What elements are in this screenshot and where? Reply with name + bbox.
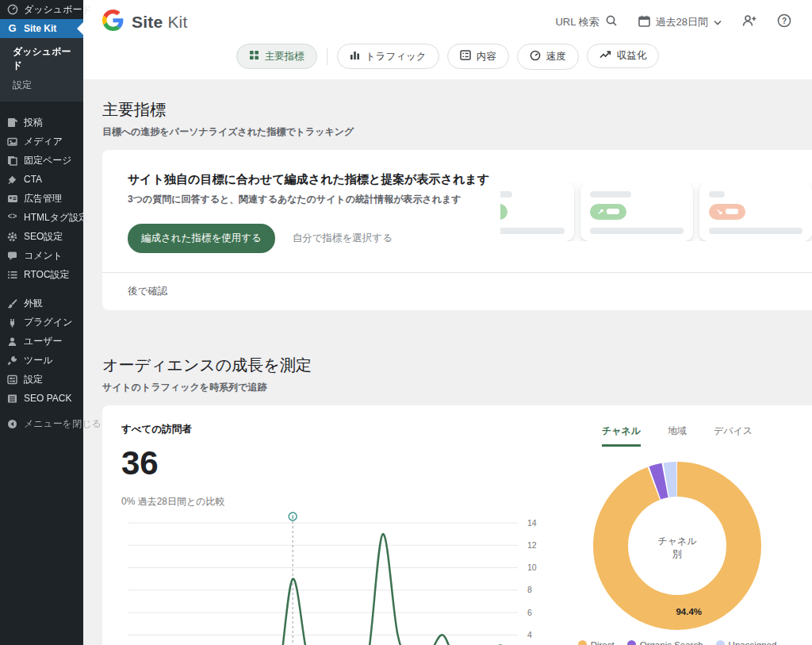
users-icon (6, 336, 18, 347)
trend-up-icon: ↗ (597, 208, 603, 216)
tab-region[interactable]: 地域 (668, 424, 687, 447)
url-search-control[interactable]: URL 検索 (555, 14, 617, 29)
tab-speed[interactable]: 速度 (517, 44, 579, 70)
tab-monetization[interactable]: 収益化 (587, 44, 660, 68)
tab-traffic[interactable]: トラフィック (337, 44, 439, 69)
select-own-metrics-link[interactable]: 自分で指標を選択する (293, 232, 393, 245)
settings-icon (6, 374, 18, 385)
svg-text:チャネル: チャネル (657, 536, 697, 547)
breakdown-tabs: チャネル 地域 デバイス (602, 424, 753, 447)
submenu-item-dashboard[interactable]: ダッシュボード (0, 42, 83, 75)
sidebar-item-plugins[interactable]: プラグイン (0, 313, 83, 332)
appearance-icon (6, 298, 18, 309)
svg-text:6: 6 (527, 607, 532, 616)
sidebar-item-seo-pack[interactable]: SEO PACK (0, 389, 83, 408)
sidebar-item-ads[interactable]: 広告管理 (0, 189, 83, 208)
all-visitors-label: すべての訪問者 (121, 423, 558, 436)
sitekit-submenu: ダッシュボード 設定 (0, 38, 83, 102)
rtoc-list-icon (6, 270, 18, 280)
sidebar-item-dashboard[interactable]: ダッシュボード (0, 0, 83, 19)
banner-subtitle: 3つの質問に回答すると、関連するあなたのサイトの統計情報が表示されます (128, 193, 500, 206)
metric-preview-card: ↗ (580, 182, 693, 241)
sidebar-item-comments[interactable]: コメント (0, 246, 83, 265)
tools-icon (6, 355, 18, 366)
tab-key-metrics[interactable]: 主要指標 (236, 44, 317, 69)
svg-text:別: 別 (672, 548, 682, 559)
search-icon[interactable] (605, 14, 618, 29)
media-icon (6, 136, 18, 147)
sidebar-item-seo-settings[interactable]: SEO設定 (0, 227, 83, 246)
html-tag-icon: <> (6, 212, 18, 223)
svg-text:8: 8 (527, 585, 532, 594)
sitekit-header: Site Kit URL 検索 過去28日間 (83, 0, 812, 44)
monetization-icon (599, 50, 611, 62)
collapse-menu-icon (6, 419, 18, 429)
brand-name: Site Kit (132, 13, 187, 32)
cta-icon (6, 175, 18, 185)
posts-icon (6, 117, 18, 128)
visitors-line-chart: 02468101214i6月 206月 256月 307月 57月 107月 1… (121, 512, 553, 645)
key-metrics-setup-banner: サイト独自の目標に合わせて編成された指標と提案が表示されます 3つの質問に回答す… (102, 150, 812, 310)
tab-devices[interactable]: デバイス (714, 424, 753, 447)
chevron-down-icon (714, 16, 722, 28)
calendar-icon (638, 15, 650, 29)
pages-icon (6, 155, 18, 166)
google-g-icon (102, 10, 124, 34)
dashboard-icon (6, 4, 18, 15)
key-metrics-title: 主要指標 (102, 99, 793, 121)
legend-item-organic-search: Organic Search (627, 640, 703, 645)
sidebar-item-pages[interactable]: 固定ページ (0, 151, 83, 170)
audience-title: オーディエンスの成長を測定 (102, 355, 793, 376)
plugins-icon (6, 317, 18, 328)
svg-text:?: ? (782, 17, 787, 25)
comments-icon (6, 251, 18, 261)
add-user-icon[interactable] (742, 14, 756, 29)
organic-search-dot-icon (627, 640, 636, 645)
help-icon[interactable]: ? (777, 13, 791, 30)
metric-preview-card: ↘ (699, 182, 812, 241)
sidebar-item-html-tag[interactable]: <> HTMLタグ設定 (0, 208, 83, 227)
ads-icon (6, 194, 18, 204)
traffic-icon (350, 50, 360, 63)
metric-preview-cards: ↗ ↗ ↘ (500, 182, 812, 241)
sidebar-item-cta[interactable]: CTA (0, 170, 83, 189)
sidebar-item-collapse-menu[interactable]: メニューを閉じる (0, 414, 83, 433)
sidebar-item-site-kit[interactable]: G Site Kit (0, 19, 83, 38)
key-metrics-icon (249, 50, 259, 63)
svg-text:10: 10 (527, 562, 537, 572)
metric-preview-card: ↗ (500, 182, 574, 241)
seo-pack-icon (6, 394, 18, 404)
main-area: Site Kit URL 検索 過去28日間 (83, 0, 812, 645)
svg-text:4: 4 (527, 630, 532, 639)
sitekit-g-icon: G (6, 23, 18, 34)
sitekit-nav: 主要指標 トラフィック 内容 速度 収益化 (83, 44, 812, 79)
maybe-later-link[interactable]: 後で確認 (128, 286, 167, 297)
tab-content[interactable]: 内容 (447, 44, 509, 69)
sitekit-logo: Site Kit (102, 10, 187, 34)
banner-title: サイト独自の目標に合わせて編成された指標と提案が表示されます (128, 171, 500, 188)
sidebar-item-rtoc[interactable]: RTOC設定 (0, 265, 83, 284)
speed-icon (530, 50, 541, 63)
comparison-label: 0% 過去28日間との比較 (121, 495, 558, 509)
key-metrics-subtitle: 目標への進捗をパーソナライズされた指標でトラッキング (102, 125, 793, 139)
dashboard-content: 主要指標 目標への進捗をパーソナライズされた指標でトラッキング サイト独自の目標… (83, 79, 812, 645)
sidebar-item-tools[interactable]: ツール (0, 351, 83, 370)
legend-item-direct: Direct (578, 640, 615, 645)
sidebar-item-posts[interactable]: 投稿 (0, 113, 83, 132)
sidebar-item-users[interactable]: ユーザー (0, 332, 83, 351)
trend-down-icon: ↘ (716, 208, 722, 216)
svg-text:i: i (292, 513, 293, 520)
svg-text:94.4%: 94.4% (676, 606, 702, 616)
submenu-item-settings[interactable]: 設定 (0, 75, 83, 95)
tab-channels[interactable]: チャネル (602, 424, 641, 447)
sidebar-item-appearance[interactable]: 外観 (0, 294, 83, 313)
audience-subtitle: サイトのトラフィックを時系列で追跡 (102, 381, 793, 394)
all-visitors-value: 36 (121, 444, 558, 482)
sidebar-item-settings[interactable]: 設定 (0, 370, 83, 389)
nav-divider (327, 48, 327, 65)
audience-chart-card: すべての訪問者 36 0% 過去28日間との比較 02468101214i6月 … (102, 405, 812, 645)
use-tailored-metrics-button[interactable]: 編成された指標を使用する (128, 224, 275, 253)
sidebar-item-media[interactable]: メディア (0, 132, 83, 151)
date-range-selector[interactable]: 過去28日間 (638, 15, 722, 29)
content-icon (460, 50, 471, 63)
